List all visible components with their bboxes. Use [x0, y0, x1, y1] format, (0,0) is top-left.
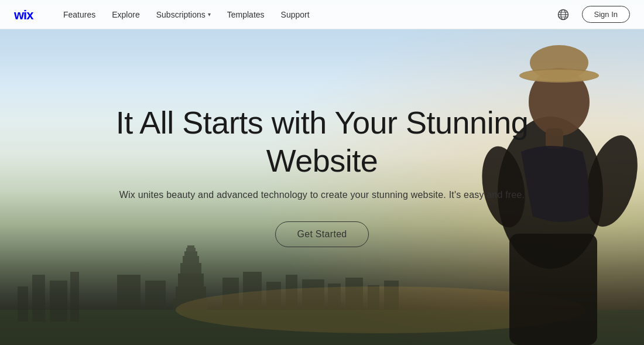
navbar: wix Features Explore Subscriptions ▾ Tem… — [0, 0, 644, 29]
nav-links: Features Explore Subscriptions ▾ Templat… — [63, 10, 554, 19]
nav-item-explore[interactable]: Explore — [112, 10, 139, 19]
logo[interactable]: wix — [14, 6, 44, 23]
signin-button[interactable]: Sign In — [582, 6, 630, 23]
subscriptions-dropdown-arrow: ▾ — [208, 11, 211, 18]
get-started-button[interactable]: Get Started — [275, 221, 368, 247]
nav-item-templates[interactable]: Templates — [227, 10, 265, 19]
globe-icon — [557, 9, 569, 21]
nav-item-subscriptions[interactable]: Subscriptions ▾ — [156, 10, 211, 19]
hero-title: It All Starts with Your Stunning Website — [94, 104, 550, 180]
svg-text:wix: wix — [14, 8, 34, 22]
nav-item-support[interactable]: Support — [281, 10, 310, 19]
wix-logo-svg: wix — [14, 6, 44, 23]
hero-subtitle: Wix unites beauty and advanced technolog… — [119, 190, 525, 200]
language-button[interactable] — [554, 5, 573, 24]
hero-section: It All Starts with Your Stunning Website… — [0, 29, 644, 345]
navbar-right: Sign In — [554, 5, 630, 24]
nav-item-features[interactable]: Features — [63, 10, 95, 19]
